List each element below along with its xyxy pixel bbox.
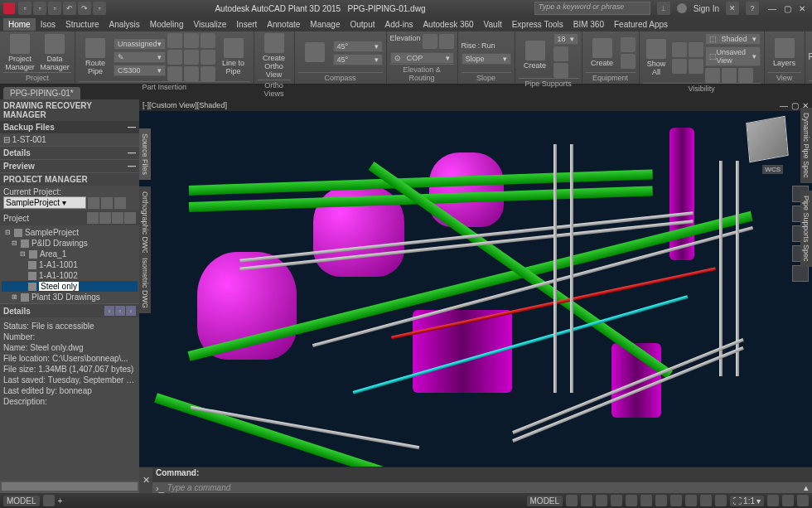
exchange-icon[interactable]: ✕ <box>726 2 739 15</box>
elevation-up-button[interactable] <box>423 34 437 49</box>
part-tool-4[interactable] <box>184 33 199 48</box>
maximize-button[interactable]: ▢ <box>781 2 794 14</box>
equip-tool-2[interactable] <box>621 54 636 69</box>
details-btn-1[interactable]: ▫ <box>104 306 114 316</box>
part-tool-8[interactable] <box>201 50 215 65</box>
create-equipment-button[interactable]: Create <box>586 38 619 68</box>
nav-showmotion-icon[interactable] <box>792 265 809 282</box>
tree-related[interactable]: Related Files <box>2 302 138 303</box>
project-manager-header[interactable]: PROJECT MANAGER <box>0 173 139 186</box>
details-header-1[interactable]: Details— <box>0 147 139 159</box>
help-search-input[interactable]: Type a keyword or phrase <box>534 2 650 15</box>
status-3dosnap-icon[interactable] <box>640 495 652 506</box>
project-manager-button[interactable]: ProjectManager <box>3 34 36 72</box>
tab-home[interactable]: Home <box>3 18 36 31</box>
spec-dropdown[interactable]: CS300▾ <box>114 65 166 76</box>
minimize-button[interactable]: — <box>766 2 779 14</box>
sidetab-orthographic-dwg[interactable]: Orthographic DWG <box>139 186 151 260</box>
autodesk360-icon[interactable]: ⟂ <box>657 2 670 15</box>
pm-button-3[interactable] <box>114 197 126 209</box>
tree-steel-only[interactable]: Steel only <box>2 281 138 292</box>
compass-angle-1[interactable]: 45°▾ <box>333 41 383 52</box>
status-scale[interactable]: ⛶1:1▾ <box>730 496 764 506</box>
tab-manage[interactable]: Manage <box>305 18 345 31</box>
tab-isos[interactable]: Isos <box>36 18 60 31</box>
status-lwt-icon[interactable] <box>700 495 712 506</box>
help-icon[interactable]: ? <box>746 2 759 15</box>
backup-item[interactable]: ⊟ 1-ST-001 <box>0 133 139 146</box>
close-button[interactable]: ✕ <box>795 2 809 14</box>
status-ortho-icon[interactable] <box>596 495 607 506</box>
status-tpy-icon[interactable] <box>715 495 727 506</box>
tab-visualize[interactable]: Visualize <box>188 18 231 31</box>
collapse-icon[interactable]: — <box>128 162 136 171</box>
viewport-label[interactable]: [-][Custom View][Shaded] <box>143 101 227 109</box>
status-grid-icon[interactable] <box>566 495 578 506</box>
sidetab-isometric-dwg[interactable]: Isometric DWG <box>139 253 151 313</box>
cmd-close-icon[interactable]: ✕ <box>139 467 152 493</box>
tree-plant3d[interactable]: ⊞Plant 3D Drawings <box>2 292 138 302</box>
tab-output[interactable]: Output <box>346 18 380 31</box>
tree-area1[interactable]: ⊟Area_1 <box>2 249 138 259</box>
rail-pipe-supports-spec[interactable]: Pipe Supports Spec <box>800 191 812 267</box>
collapse-icon[interactable]: — <box>128 148 136 157</box>
vis-tool-6[interactable] <box>722 68 737 83</box>
create-support-button[interactable]: Create <box>519 41 552 70</box>
vp-minimize[interactable]: — <box>780 101 788 110</box>
tab-modeling[interactable]: Modeling <box>145 18 189 31</box>
file-tab-active[interactable]: PPG-PIPING-01* <box>3 87 80 99</box>
details-btn-2[interactable]: ▫ <box>115 306 125 316</box>
part-tool-6[interactable] <box>184 66 199 81</box>
vis-tool-4[interactable] <box>689 59 703 74</box>
qat-save-icon[interactable]: ▫ <box>48 2 61 15</box>
tab-annotate[interactable]: Annotate <box>262 18 305 31</box>
proj-tool-2[interactable] <box>99 212 111 224</box>
qat-open-icon[interactable]: ▫ <box>33 2 46 15</box>
user-avatar-icon[interactable] <box>677 3 687 13</box>
part-tool-1[interactable] <box>167 33 182 48</box>
vp-maximize[interactable]: ▢ <box>791 101 799 110</box>
tree-root[interactable]: ⊟SampleProject <box>2 227 138 238</box>
part-tool-2[interactable] <box>167 50 182 65</box>
status-osnap-icon[interactable] <box>626 495 637 506</box>
compass-button[interactable] <box>298 42 331 64</box>
proj-tool-3[interactable] <box>112 212 123 224</box>
compass-angle-2[interactable]: 45°▾ <box>333 54 383 65</box>
tab-vault[interactable]: Vault <box>479 18 507 31</box>
pm-button-1[interactable] <box>88 197 99 209</box>
status-snap-icon[interactable] <box>581 495 592 506</box>
part-tool-7[interactable] <box>201 33 215 48</box>
support-num-dropdown[interactable]: 18▾ <box>553 33 578 45</box>
sidetab-source-files[interactable]: Source Files <box>139 128 151 180</box>
support-tool-1[interactable] <box>553 46 568 61</box>
tree-pid-drawings[interactable]: ⊟P&ID Drawings <box>2 238 138 249</box>
layers-button[interactable]: Layers <box>768 38 801 68</box>
tool-dropdown[interactable]: ✎▾ <box>114 51 166 63</box>
tab-structure[interactable]: Structure <box>60 18 104 31</box>
status-customize-icon[interactable] <box>797 495 809 506</box>
recovery-header[interactable]: DRAWING RECOVERY MANAGER <box>0 99 139 121</box>
cmd-expand-icon[interactable]: ▴ <box>804 482 809 493</box>
sign-in-link[interactable]: Sign In <box>694 4 719 13</box>
project-subheader[interactable]: Project <box>0 210 139 225</box>
pm-button-2[interactable] <box>101 197 113 209</box>
show-all-button[interactable]: ShowAll <box>643 39 670 77</box>
vis-tool-1[interactable] <box>672 42 687 57</box>
viewport-3d[interactable]: WCS <box>139 111 812 467</box>
view-cube[interactable] <box>746 116 788 162</box>
part-tool-9[interactable] <box>201 66 215 81</box>
status-polar-icon[interactable] <box>611 495 622 506</box>
vis-tool-7[interactable] <box>738 68 753 83</box>
status-maximize-icon[interactable] <box>782 495 794 506</box>
qat-new-icon[interactable]: ▫ <box>18 2 31 15</box>
details-header-2[interactable]: Details ▫▫▫ <box>0 304 139 317</box>
tab-expresstools[interactable]: Express Tools <box>507 18 568 31</box>
tab-analysis[interactable]: Analysis <box>104 18 145 31</box>
assignment-dropdown[interactable]: Unassigned▾ <box>114 38 166 50</box>
create-ortho-view-button[interactable]: CreateOrtho View <box>258 33 291 80</box>
scrollbar[interactable] <box>2 482 138 491</box>
status-model-button[interactable]: MODEL <box>3 496 40 506</box>
status-dyn-icon[interactable] <box>685 495 697 506</box>
data-manager-button[interactable]: DataManager <box>38 34 71 72</box>
vis-tool-2[interactable] <box>672 59 687 74</box>
